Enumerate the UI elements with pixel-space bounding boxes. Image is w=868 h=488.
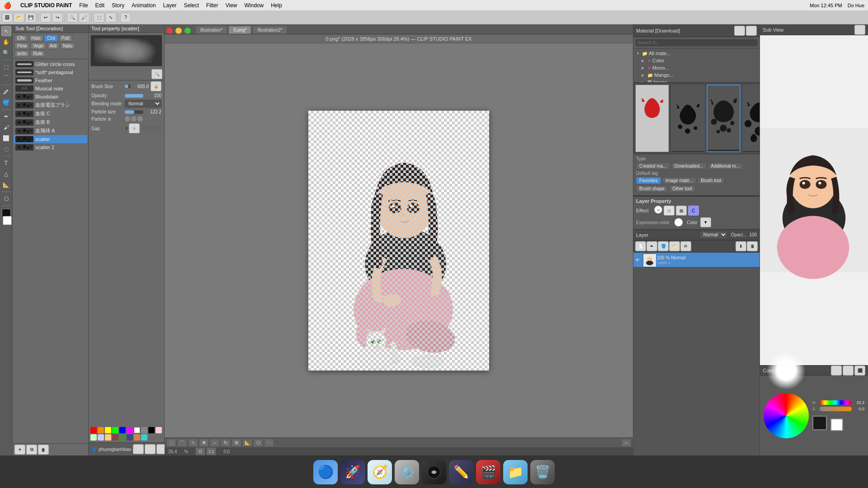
canvas-tab-0png[interactable]: 0.png* [228, 26, 251, 34]
dock-folder[interactable]: 📁 [503, 460, 528, 484]
chip-pink[interactable] [156, 427, 162, 433]
chip-blue[interactable] [119, 427, 126, 433]
canvas-tool-transform[interactable]: ⤡ [188, 439, 198, 447]
toolbar-new[interactable]: 🖼 [2, 13, 13, 23]
toolbar-redo[interactable]: ↪ [52, 13, 63, 23]
sat-slider[interactable] [820, 407, 852, 411]
sub-view-settings-btn[interactable]: ⚙ [854, 25, 865, 35]
tool-shape[interactable]: △ [1, 169, 11, 179]
tool-3d[interactable]: ⬡ [1, 194, 11, 204]
menu-select[interactable]: Select [184, 2, 199, 9]
chip-darkblue[interactable] [127, 434, 133, 441]
material-thumb-4[interactable] [742, 84, 760, 152]
sub-tool-jp4[interactable]: 血飛球 A [14, 127, 87, 135]
tag-favorites[interactable]: Favorites [636, 177, 661, 184]
canvas-tool-select-rect[interactable]: ⬚ [166, 439, 176, 447]
layer-new-correction[interactable]: ⟳ [680, 241, 691, 251]
sub-tab-vege[interactable]: Vege [30, 42, 46, 49]
tool-zoom[interactable]: 🔍 [1, 48, 11, 58]
chip-orange[interactable] [98, 427, 104, 433]
dock-trash[interactable]: 🗑️ [530, 460, 555, 484]
sub-tool-musical[interactable]: ♪♫ Musical note [14, 84, 87, 93]
chip-lightgreen[interactable] [90, 434, 97, 441]
sub-tab-arti[interactable]: Arti [47, 42, 59, 49]
sub-tool-jp2[interactable]: 血痕 C [14, 109, 87, 118]
gap-radio1[interactable] [142, 125, 148, 131]
brush-zoom-in-icon[interactable]: 🔍 [151, 69, 162, 79]
sub-tool-add[interactable]: + [14, 445, 25, 455]
sub-tool-soft-pent[interactable]: *soft* pentagonal [14, 68, 87, 76]
material-refresh-btn[interactable]: ↺ [734, 26, 745, 36]
layer-visible-icon[interactable]: 👁 [635, 258, 640, 263]
menu-layer[interactable]: Layer [163, 2, 177, 9]
layer-merge-down[interactable]: ⬇ [736, 241, 746, 251]
dock-safari[interactable]: 🧭 [368, 460, 392, 484]
menu-window[interactable]: Window [245, 2, 264, 9]
zoom-100-btn[interactable]: 1:1 [206, 447, 216, 455]
sub-tab-patt[interactable]: Patt [59, 35, 72, 42]
layer-new-raster[interactable]: 📄 [635, 241, 646, 251]
menu-view[interactable]: View [226, 2, 237, 9]
chip-lightblue[interactable] [98, 434, 104, 441]
sub-tab-effe[interactable]: Effe [14, 35, 28, 42]
canvas-tool-flip[interactable]: ↔ [210, 439, 220, 447]
canvas-tool-lasso[interactable]: ⌒ [177, 439, 187, 447]
user-add-btn[interactable]: + [145, 444, 156, 454]
sub-tool-feather[interactable]: Feather [14, 76, 87, 84]
color-swatches-tab[interactable]: ⬛ [854, 366, 865, 375]
color-slider-tab[interactable]: ≡ [843, 366, 854, 375]
effect-color2-btn[interactable]: C [688, 206, 699, 216]
color-wheel[interactable] [764, 393, 809, 438]
gap-slider[interactable] [125, 127, 127, 130]
tag-additional[interactable]: Additional m... [708, 163, 743, 169]
apple-menu[interactable]: 🍎 [4, 2, 11, 9]
sub-tool-glitter[interactable]: Glitter circle cross [14, 60, 87, 68]
chip-yellow[interactable] [105, 427, 111, 433]
canvas-viewport[interactable] [165, 43, 633, 437]
tool-move[interactable]: ✋ [1, 37, 11, 47]
tool-fill[interactable]: 🪣 [1, 98, 11, 108]
tool-text[interactable]: T [1, 158, 11, 168]
material-thumb-2[interactable] [671, 84, 705, 152]
chip-peach[interactable] [105, 434, 111, 441]
chip-darkred[interactable] [112, 434, 118, 441]
hue-slider[interactable] [820, 400, 852, 405]
menu-help[interactable]: Help [271, 2, 282, 9]
sub-tab-rule[interactable]: Rule [30, 50, 45, 57]
toolbar-help[interactable]: ? [120, 13, 131, 23]
dock-tablet[interactable]: ✏️ [449, 460, 473, 484]
color-secondary[interactable] [3, 216, 12, 225]
chip-cyan[interactable] [141, 434, 147, 441]
canvas-tool-ruler[interactable]: 📐 [242, 439, 252, 447]
tool-brush[interactable]: 🖌 [1, 122, 11, 132]
brush-size-lock[interactable]: 🔒 [151, 81, 161, 91]
layer-new-folder[interactable]: 📁 [669, 241, 680, 251]
effect-circle-btn[interactable]: ○ [654, 206, 662, 214]
layer-blend-mode-select[interactable]: Normal [700, 231, 727, 239]
tree-all-materials[interactable]: ▼ 📁 All mate... [634, 50, 759, 57]
menu-filter[interactable]: Filter [206, 2, 218, 9]
sub-tab-actio[interactable]: actio [14, 50, 29, 57]
tool-eyedropper[interactable]: 💉 [1, 87, 11, 97]
canvas-tool-rotate[interactable]: ↻ [221, 439, 231, 447]
menu-app[interactable]: CLIP STUDIO PAINT [20, 2, 72, 9]
blending-mode-select[interactable]: Normal [125, 100, 161, 108]
toolbar-save[interactable]: 💾 [25, 13, 36, 23]
tool-cursor[interactable]: ↖ [1, 26, 11, 36]
toolbar-zoom-out[interactable]: 🔎 [79, 13, 90, 23]
toolbar-transform[interactable]: ⤡ [105, 13, 116, 23]
window-close-btn[interactable] [166, 28, 173, 34]
chip-green[interactable] [112, 427, 118, 433]
gap-radio3[interactable] [155, 125, 161, 131]
chip-magenta[interactable] [127, 427, 133, 433]
material-search-input[interactable] [635, 39, 758, 47]
layer-new-vector[interactable]: ✒ [646, 241, 657, 251]
chip-darkgreen[interactable] [119, 434, 126, 441]
primary-color-swatch[interactable] [812, 416, 827, 430]
dock-app5[interactable] [422, 460, 446, 484]
effect-square-btn[interactable]: □ [664, 206, 675, 216]
material-close-btn[interactable]: ✕ [746, 26, 757, 36]
canvas-tool-grid[interactable]: ⊞ [231, 439, 241, 447]
secondary-color-swatch[interactable] [830, 418, 843, 431]
toolbar-undo[interactable]: ↩ [40, 13, 51, 23]
